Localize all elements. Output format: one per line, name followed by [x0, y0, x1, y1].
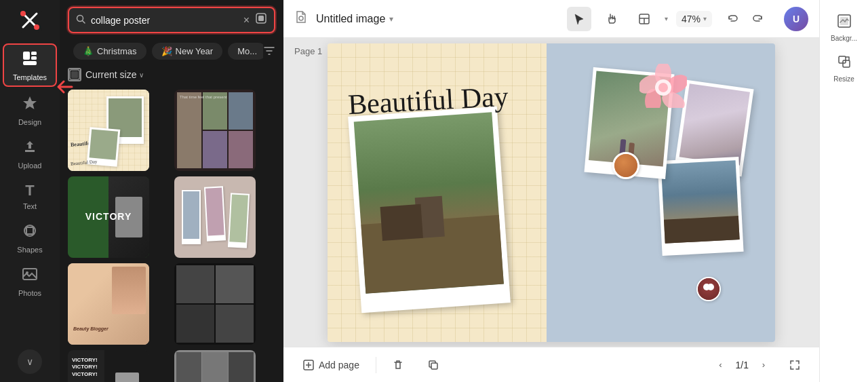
bottom-separator — [376, 357, 376, 373]
layout-caret-icon: ▾ — [665, 15, 668, 22]
sidebar-item-text[interactable]: T Text — [3, 176, 57, 214]
app-logo — [15, 5, 45, 35]
text-icon: T — [25, 182, 34, 199]
next-page-icon: › — [762, 360, 765, 370]
prev-page-icon: ‹ — [719, 360, 722, 370]
christmas-emoji: 🎄 — [83, 46, 94, 56]
upload-icon — [22, 138, 38, 159]
canvas-wrapper: Page 1 Beautiful Day — [283, 38, 819, 347]
add-page-label: Add page — [319, 360, 359, 370]
zoom-control[interactable]: 47% ▾ — [676, 11, 712, 27]
shapes-label: Shapes — [17, 246, 42, 254]
filter-icon[interactable] — [263, 45, 275, 60]
nav-expand-button[interactable]: ∨ — [18, 349, 42, 374]
template-card-3[interactable]: VICTORY — [68, 176, 149, 258]
document-icon — [294, 10, 308, 27]
svg-rect-8 — [23, 61, 37, 65]
svg-rect-36 — [431, 363, 437, 369]
expand-icon: ∨ — [26, 356, 33, 367]
svg-point-32 — [658, 83, 668, 92]
templates-grid: Beautiful Day That time feel that presen… — [60, 87, 283, 382]
templates-icon — [22, 50, 38, 71]
svg-rect-5 — [23, 52, 30, 60]
background-label: Backgr... — [831, 35, 857, 42]
templates-label: Templates — [13, 73, 47, 81]
tag-more[interactable]: Mo... — [228, 43, 263, 60]
svg-point-3 — [20, 11, 26, 16]
right-panel: Backgr... Resize — [819, 0, 868, 382]
top-toolbar: Untitled image ▾ ▾ 47% — [283, 0, 819, 38]
tag-christmas[interactable]: 🎄 Christmas — [73, 43, 146, 60]
zoom-caret-icon: ▾ — [703, 15, 707, 22]
right-panel-resize[interactable]: Resize — [824, 49, 865, 87]
flower-sticker — [639, 64, 687, 111]
search-clear-button[interactable]: × — [243, 14, 250, 26]
prev-page-button[interactable]: ‹ — [711, 356, 730, 375]
redo-button[interactable] — [746, 7, 770, 31]
design-icon — [22, 95, 38, 115]
document-title[interactable]: Untitled image ▾ — [316, 13, 393, 25]
expand-page-button[interactable] — [781, 356, 808, 375]
template-card-5[interactable]: Beauty Blogger — [68, 263, 149, 345]
template-card-2[interactable]: That time feel that present — [174, 90, 256, 171]
title-caret-icon: ▾ — [389, 14, 393, 24]
hand-tool-button[interactable] — [599, 7, 624, 31]
undo-button[interactable] — [720, 7, 745, 31]
trash-button[interactable] — [384, 356, 412, 375]
nav-sidebar: Templates Design Upload T Text Shap — [0, 0, 60, 382]
shapes-icon — [22, 223, 38, 243]
template-card-4[interactable] — [174, 176, 256, 258]
svg-rect-39 — [839, 56, 846, 63]
size-filter-button[interactable]: Current size ∨ — [85, 69, 144, 80]
template-card-8[interactable]: Black&White River — [174, 350, 256, 382]
svg-rect-18 — [71, 71, 78, 78]
svg-line-14 — [83, 21, 85, 24]
size-label-text: Current size — [85, 69, 136, 80]
resize-label: Resize — [833, 75, 854, 83]
add-page-button[interactable]: Add page — [294, 355, 368, 375]
search-icon — [76, 14, 85, 26]
svg-point-4 — [34, 24, 39, 30]
photo-card-main — [348, 106, 511, 313]
sidebar-item-shapes[interactable]: Shapes — [3, 217, 57, 258]
dog-sticker — [612, 152, 639, 179]
size-icon — [68, 68, 81, 81]
sidebar-item-templates[interactable]: Templates — [3, 43, 57, 87]
template-card-1[interactable]: Beautiful Day — [68, 90, 149, 171]
template-card-7[interactable]: VICTORY! VICTORY! VICTORY! 3-1 — [68, 350, 149, 382]
sidebar-item-upload[interactable]: Upload — [3, 133, 57, 174]
pointer-tool-button[interactable] — [567, 7, 591, 31]
size-row: Current size ∨ — [60, 65, 283, 87]
zoom-value: 47% — [682, 14, 701, 24]
new-year-label: New Year — [176, 46, 214, 56]
background-icon — [837, 14, 852, 32]
tag-new-year[interactable]: 🎉 New Year — [152, 43, 223, 60]
design-label: Design — [18, 118, 41, 126]
right-panel-background[interactable]: Backgr... — [824, 8, 865, 46]
photo-card-beach — [657, 156, 743, 255]
search-input[interactable] — [91, 15, 238, 26]
owl-sticker — [696, 277, 721, 301]
template-panel: × 🎄 Christmas 🎉 New Year Mo... — [60, 0, 283, 382]
collage-canvas: Beautiful Day — [328, 43, 775, 342]
template-card-6[interactable] — [174, 263, 256, 345]
search-ai-button[interactable] — [255, 12, 267, 28]
svg-rect-40 — [843, 60, 850, 67]
sidebar-item-photos[interactable]: Photos — [3, 261, 57, 301]
bottom-bar: Add page ‹ 1/1 › — [283, 347, 819, 382]
text-label: Text — [23, 202, 37, 210]
resize-icon — [837, 54, 852, 73]
svg-rect-16 — [258, 16, 264, 21]
svg-rect-10 — [26, 227, 33, 234]
duplicate-button[interactable] — [420, 356, 447, 375]
upload-label: Upload — [18, 161, 42, 170]
title-text: Untitled image — [316, 13, 385, 25]
photos-label: Photos — [18, 289, 41, 297]
next-page-button[interactable]: › — [754, 356, 773, 375]
sidebar-item-design[interactable]: Design — [3, 90, 57, 130]
search-area: × — [60, 0, 283, 39]
svg-rect-6 — [31, 52, 37, 55]
layout-tool-button[interactable] — [632, 7, 656, 31]
page-counter: 1/1 — [736, 360, 749, 370]
search-box: × — [68, 7, 275, 33]
